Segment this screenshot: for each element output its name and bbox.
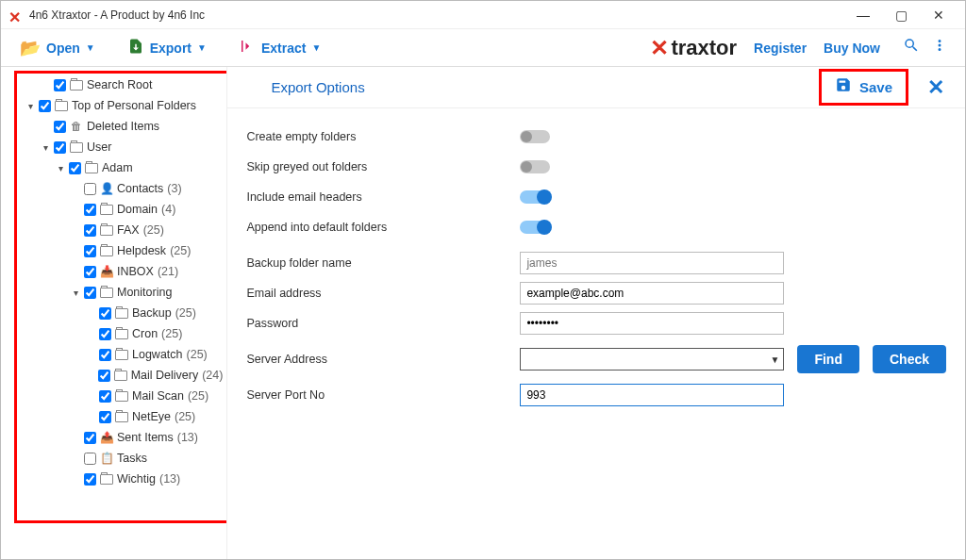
tree-count: (21) <box>158 265 178 278</box>
tree-label: Monitoring <box>117 286 172 299</box>
buy-now-link[interactable]: Buy Now <box>824 41 880 56</box>
tree-checkbox[interactable] <box>84 204 96 216</box>
tree-checkbox[interactable] <box>99 349 111 361</box>
save-label: Save <box>859 79 892 95</box>
tree-item[interactable]: 📋Tasks <box>5 448 223 469</box>
append-default-label: Append into default folders <box>246 221 520 234</box>
tree-item[interactable]: Mail Scan (25) <box>5 386 223 406</box>
tree-item[interactable]: 🗑Deleted Items <box>5 116 223 137</box>
tree-checkbox[interactable] <box>84 224 96 237</box>
tree-item[interactable]: 📥INBOX (21) <box>5 261 223 282</box>
tree-checkbox[interactable] <box>84 287 96 299</box>
search-icon[interactable] <box>897 37 925 58</box>
register-link[interactable]: Register <box>754 41 807 56</box>
expand-icon[interactable]: ▾ <box>25 101 35 111</box>
tree-count: (25) <box>161 327 182 340</box>
app-icon: ✕ <box>8 8 22 22</box>
extract-button[interactable]: Extract ▼ <box>231 34 328 61</box>
expand-icon[interactable]: ▾ <box>56 163 65 173</box>
tree-label: Mail Delivery <box>131 369 199 382</box>
tree-checkbox[interactable] <box>84 432 96 444</box>
tree-item[interactable]: Mail Delivery (24) <box>5 365 223 386</box>
tree-checkbox[interactable] <box>84 183 96 195</box>
server-address-label: Server Address <box>246 353 520 366</box>
skip-greyed-label: Skip greyed out folders <box>246 160 520 173</box>
password-input[interactable] <box>520 312 784 335</box>
tree-item[interactable]: Domain (4) <box>5 199 223 220</box>
server-port-input[interactable] <box>520 384 784 406</box>
tree-label: Logwatch <box>132 348 183 361</box>
tree-item[interactable]: Wichtig (13) <box>5 469 223 489</box>
tree-label: Search Root <box>87 78 152 91</box>
create-empty-folders-toggle[interactable] <box>520 130 550 143</box>
tree-checkbox[interactable] <box>99 307 111 320</box>
tree-item[interactable]: Search Root <box>5 74 223 95</box>
tree-item[interactable]: Backup (25) <box>5 303 223 323</box>
tree-checkbox[interactable] <box>84 245 96 257</box>
tree-checkbox[interactable] <box>84 473 96 486</box>
email-input[interactable] <box>520 282 784 305</box>
tree-item[interactable]: ▾Monitoring <box>5 282 223 303</box>
caret-down-icon: ▼ <box>86 42 95 53</box>
tree-count: (24) <box>202 369 223 382</box>
include-headers-label: Include email headers <box>246 190 520 204</box>
tree-item[interactable]: ▾Adam <box>5 157 223 178</box>
tree-count: (25) <box>170 244 191 257</box>
save-icon <box>835 76 852 98</box>
find-button[interactable]: Find <box>797 345 859 373</box>
email-label: Email address <box>246 287 520 300</box>
tree-label: FAX <box>117 223 140 237</box>
tree-item[interactable]: Helpdesk (25) <box>5 240 223 261</box>
tree-checkbox[interactable] <box>99 328 111 340</box>
tree-checkbox[interactable] <box>39 100 51 112</box>
expand-icon[interactable]: ▾ <box>71 288 80 298</box>
tree-checkbox[interactable] <box>54 141 66 154</box>
close-window-button[interactable]: ✕ <box>920 2 958 28</box>
maximize-button[interactable]: ▢ <box>882 2 920 28</box>
skip-greyed-toggle[interactable] <box>520 160 550 173</box>
tree-item[interactable]: Logwatch (25) <box>5 344 223 365</box>
tree-checkbox[interactable] <box>98 370 110 382</box>
password-label: Password <box>246 317 520 330</box>
tree-checkbox[interactable] <box>54 121 66 133</box>
tree-item[interactable]: FAX (25) <box>5 220 223 240</box>
close-panel-button[interactable]: ✕ <box>922 75 950 100</box>
save-button[interactable]: Save <box>819 69 908 106</box>
expand-icon[interactable]: ▾ <box>41 142 50 153</box>
server-address-combo[interactable]: ▼ <box>520 348 784 371</box>
tree-checkbox[interactable] <box>84 453 96 465</box>
tree-checkbox[interactable] <box>54 79 66 91</box>
append-default-toggle[interactable] <box>520 221 550 234</box>
tree-label: User <box>87 140 111 154</box>
tree-item[interactable]: ▾Top of Personal Folders <box>5 95 223 116</box>
tree-checkbox[interactable] <box>69 162 81 174</box>
export-button[interactable]: Export ▼ <box>120 34 214 61</box>
tree-label: Adam <box>102 161 133 174</box>
minimize-button[interactable]: — <box>844 2 882 28</box>
tree-item[interactable]: ▾User <box>5 137 223 157</box>
tree-label: Contacts <box>117 182 163 195</box>
tree-item[interactable]: NetEye (25) <box>5 406 223 427</box>
check-button[interactable]: Check <box>873 345 946 373</box>
tree-label: Sent Items <box>117 431 174 444</box>
folder-open-icon: 📂 <box>20 38 41 58</box>
tree-label: Tasks <box>117 452 147 465</box>
tree-item[interactable]: Cron (25) <box>5 323 223 344</box>
open-button[interactable]: 📂 Open ▼ <box>12 34 103 62</box>
tree-checkbox[interactable] <box>99 390 111 403</box>
tree-label: INBOX <box>117 265 154 278</box>
panel-title: Export Options <box>271 79 364 95</box>
include-headers-toggle[interactable] <box>520 190 550 204</box>
tree-count: (25) <box>175 306 196 320</box>
export-options-panel: Export Options Save ✕ Create empty folde… <box>227 67 965 559</box>
tree-count: (13) <box>177 431 198 444</box>
tree-label: Wichtig <box>117 472 156 486</box>
tree-item[interactable]: 📤Sent Items (13) <box>5 427 223 448</box>
tree-count: (3) <box>167 182 181 195</box>
more-icon[interactable] <box>925 37 954 58</box>
export-label: Export <box>150 41 192 56</box>
tree-item[interactable]: 👤Contacts (3) <box>5 178 223 199</box>
tree-checkbox[interactable] <box>99 411 111 423</box>
tree-checkbox[interactable] <box>84 266 96 278</box>
backup-folder-input[interactable] <box>520 252 784 274</box>
